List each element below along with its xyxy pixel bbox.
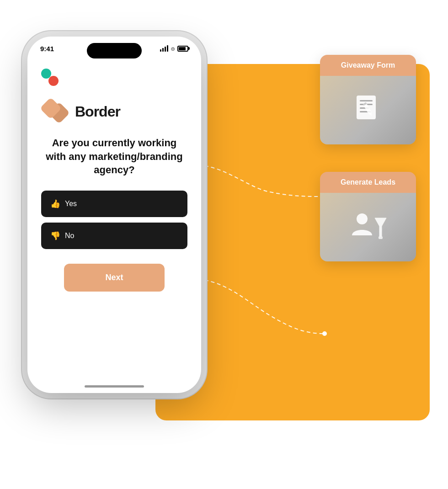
giveaway-form-header: Giveaway Form	[320, 55, 416, 76]
option-yes-button[interactable]: 👍 Yes	[41, 191, 187, 217]
signal-icon	[160, 45, 168, 52]
home-indicator	[27, 379, 201, 393]
scene: 9:41 ⌾	[18, 27, 430, 462]
next-button[interactable]: Next	[64, 264, 165, 292]
generate-leads-header: Generate Leads	[320, 172, 416, 193]
cards-container: Giveaway Form	[320, 55, 416, 261]
svg-rect-12	[379, 236, 383, 239]
status-time: 9:41	[40, 45, 54, 53]
svg-point-10	[357, 213, 368, 224]
brand-name: Border	[75, 103, 120, 120]
generate-leads-body	[320, 193, 416, 261]
option-no-button[interactable]: 👎 No	[41, 223, 187, 249]
form-icon	[350, 92, 386, 128]
app-icon	[41, 69, 59, 86]
status-icons: ⌾	[160, 45, 188, 52]
yes-emoji: 👍	[50, 199, 60, 209]
svg-marker-11	[375, 218, 386, 236]
svg-rect-3	[360, 100, 373, 101]
phone-wrapper: 9:41 ⌾	[27, 37, 201, 393]
wifi-icon: ⌾	[171, 45, 175, 52]
battery-icon	[177, 46, 188, 52]
logo-area: Border	[41, 100, 187, 123]
no-emoji: 👎	[50, 231, 60, 241]
giveaway-form-card: Giveaway Form	[320, 55, 416, 144]
question-text: Are you currently working with any marke…	[41, 136, 187, 177]
app-icon-red	[48, 76, 59, 86]
logo-diamonds	[41, 100, 69, 123]
app-icon-row	[41, 69, 187, 86]
generate-leads-card: Generate Leads	[320, 172, 416, 261]
leads-icon	[347, 209, 389, 245]
yes-label: Yes	[65, 200, 77, 208]
dynamic-island	[87, 43, 142, 58]
phone: 9:41 ⌾	[27, 37, 201, 393]
no-label: No	[65, 232, 74, 240]
phone-content: Border Are you currently working with an…	[27, 64, 201, 379]
giveaway-form-body	[320, 76, 416, 144]
home-bar	[85, 385, 144, 388]
